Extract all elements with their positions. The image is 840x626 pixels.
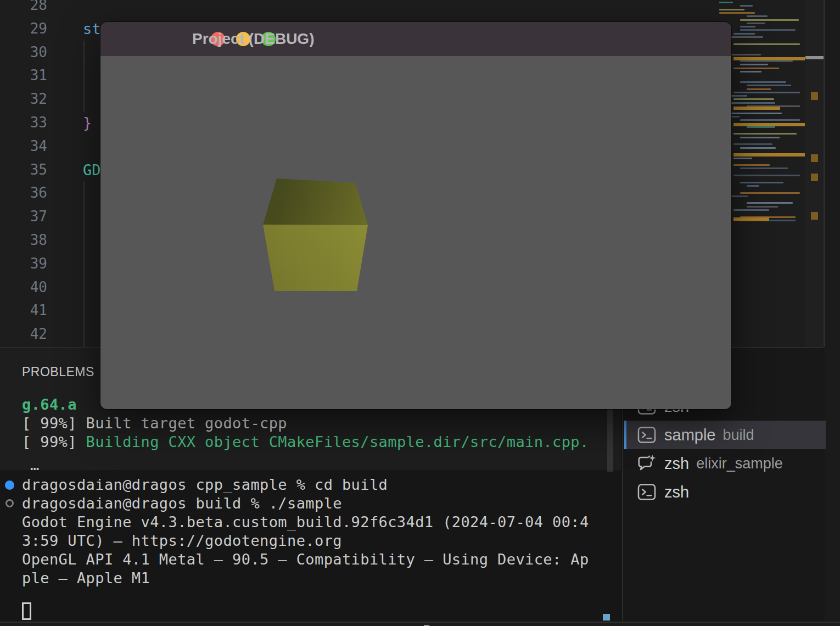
terminal-description: elixir_sample	[696, 455, 783, 472]
overview-ruler-cursor	[805, 56, 824, 59]
terminal-text: OpenGL API 4.1 Metal — 90.5 — Compatibil…	[22, 551, 589, 568]
line-number: 30	[11, 41, 47, 64]
minimap-code-line	[719, 2, 733, 3]
overview-ruler-marker	[811, 92, 818, 100]
minimap-code-line	[733, 143, 772, 145]
minimap-code-line	[747, 88, 771, 90]
terminal-row: ple — Apple M1	[22, 570, 150, 586]
minimap-code-line	[733, 164, 770, 166]
minimap-code-line	[747, 15, 768, 17]
overview-ruler[interactable]	[805, 0, 825, 347]
minimap-search-highlight	[733, 217, 769, 221]
minimap-code-line	[733, 209, 769, 211]
terminal-text: [ 99%] Built target godot-cpp	[22, 415, 287, 432]
status-strip	[0, 622, 840, 626]
terminal-row: [ 99%] Building CXX object CMakeFiles/sa…	[22, 434, 589, 450]
line-number: 41	[11, 299, 47, 322]
minimap-code-line	[747, 23, 765, 24]
minimap-search-highlight	[733, 153, 805, 156]
minimap-code-line	[740, 64, 768, 65]
line-number: 33	[11, 111, 47, 135]
minimap-code-line	[733, 92, 800, 93]
minimap-code-line	[747, 85, 791, 86]
minimap-code-line	[719, 9, 744, 10]
terminal-text: ple — Apple M1	[22, 569, 150, 586]
minimap-search-highlight	[733, 57, 805, 60]
terminal-name: zsh	[664, 483, 689, 501]
minimap-code-line	[747, 126, 775, 128]
minimap-code-line	[740, 5, 753, 7]
terminal-row: dragosdaian@dragos cpp_sample % cd build	[22, 477, 388, 493]
minimap-code-line	[733, 33, 755, 35]
minimap-code-line	[740, 147, 776, 149]
indent-guide	[83, 182, 85, 347]
terminal-row: dragosdaian@dragos build % ./sample	[22, 495, 342, 512]
indent-guide	[83, 41, 85, 112]
terminal-text: 3:59 UTC) — https://godotengine.org	[22, 532, 342, 549]
terminal-icon	[636, 482, 657, 502]
terminal-text: g.64.a	[22, 396, 77, 413]
terminal-text: dragosdaian@dragos build % ./sample	[22, 495, 342, 512]
line-number: 37	[11, 205, 47, 228]
copilot-chat-icon	[636, 453, 657, 474]
terminal-description: build	[723, 427, 754, 444]
minimap-search-highlight	[733, 107, 780, 110]
minimap-search-highlight	[733, 123, 805, 126]
minimap-code-line	[740, 119, 800, 121]
cube-3d	[100, 56, 731, 409]
terminal-scrollbar-command-decoration	[603, 614, 610, 621]
minimap-code-line	[719, 12, 755, 14]
minimap-code-line	[733, 68, 779, 69]
terminal-list-item-sample-build[interactable]: samplebuild	[624, 421, 826, 449]
minimap-code-line	[733, 133, 797, 135]
terminal-cursor	[22, 602, 31, 620]
terminal-row: …	[30, 457, 40, 473]
line-number: 34	[11, 135, 47, 158]
terminal-text: [ 99%]	[22, 433, 86, 450]
minimap-code-line	[747, 202, 793, 204]
command-decoration-filled-icon[interactable]	[5, 480, 14, 490]
code-token: }	[83, 111, 92, 135]
godot-window-titlebar[interactable]: Project (DEBUG)	[100, 22, 731, 56]
terminal-list-item-zsh-elixir_sample[interactable]: zshelixir_sample	[624, 449, 824, 478]
minimap-code-line	[740, 60, 793, 62]
minimap-code-line	[740, 137, 780, 138]
minimap-code-line	[733, 43, 800, 45]
line-number: 38	[11, 228, 47, 252]
terminal-list-item-zsh[interactable]: zsh	[624, 478, 824, 506]
overview-ruler-marker	[811, 174, 818, 181]
line-number: 28	[11, 0, 47, 17]
overview-ruler-marker	[811, 154, 818, 162]
minimap-code-line	[740, 81, 786, 83]
minimap-code-line	[740, 182, 783, 183]
line-number: 32	[11, 87, 47, 111]
terminal-name: sample	[664, 426, 716, 444]
minimap-code-line	[740, 19, 799, 21]
command-decoration-outline-icon[interactable]	[5, 499, 14, 507]
minimap-code-line	[740, 167, 788, 169]
godot-viewport[interactable]	[100, 56, 731, 409]
screen: { "editor": { "line_start": 28, "line_en…	[0, 0, 840, 626]
code-token: GD	[83, 158, 101, 182]
terminal-text: Godot Engine v4.3.beta.custom_build.92f6…	[22, 513, 589, 530]
minimap-code-line	[740, 26, 755, 27]
minimap-code-line	[733, 98, 774, 100]
minimap-code-line	[747, 206, 778, 208]
minimap-code-line	[733, 158, 752, 159]
godot-window-title: Project (DEBUG)	[192, 22, 314, 56]
line-number: 31	[11, 64, 47, 87]
godot-debug-window[interactable]: Project (DEBUG)	[100, 22, 731, 409]
minimap-code-line	[733, 175, 800, 176]
terminal-icon	[636, 424, 657, 445]
minimap-code-line	[740, 192, 800, 194]
line-number: 39	[11, 252, 47, 276]
line-number: 36	[11, 181, 47, 205]
line-number: 40	[11, 276, 47, 299]
terminal-text: dragosdaian@dragos cpp_sample % cd build	[22, 476, 388, 493]
terminal-row: 3:59 UTC) — https://godotengine.org	[22, 533, 342, 549]
line-number: 29	[11, 17, 47, 41]
terminal-row: OpenGL API 4.1 Metal — 90.5 — Compatibil…	[22, 551, 589, 568]
overview-ruler-marker	[811, 212, 818, 220]
terminal-row: [ 99%] Built target godot-cpp	[22, 415, 287, 432]
terminal-name: zsh	[664, 455, 689, 473]
